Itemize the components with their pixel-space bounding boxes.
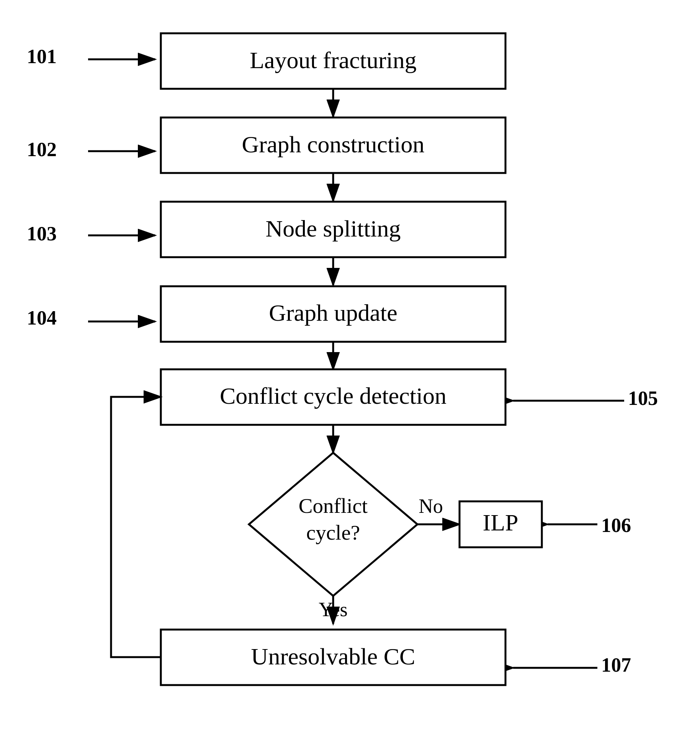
- ref-104: 104: [27, 307, 57, 329]
- label-ilp: ILP: [483, 509, 518, 535]
- label-unresolvable-cc: Unresolvable CC: [251, 643, 415, 669]
- ref-106: 106: [601, 514, 631, 536]
- label-graph-update: Graph update: [269, 300, 397, 326]
- label-diamond-line1: Conflict: [299, 494, 368, 517]
- label-diamond-line2: cycle?: [306, 521, 360, 544]
- ref-102: 102: [27, 139, 57, 160]
- ref-103: 103: [27, 223, 57, 245]
- diagram-container: 101 Layout fracturing 102 Graph construc…: [0, 0, 700, 744]
- label-graph-construction: Graph construction: [242, 131, 425, 157]
- label-no: No: [419, 495, 443, 517]
- ref-107: 107: [601, 654, 631, 676]
- label-node-splitting: Node splitting: [265, 215, 401, 241]
- label-layout-fracturing: Layout fracturing: [250, 47, 417, 73]
- label-conflict-cycle-detection: Conflict cycle detection: [220, 383, 446, 409]
- label-yes: Yes: [319, 599, 348, 620]
- ref-101: 101: [27, 46, 57, 67]
- feedback-loop: [111, 397, 161, 657]
- ref-105: 105: [628, 387, 658, 409]
